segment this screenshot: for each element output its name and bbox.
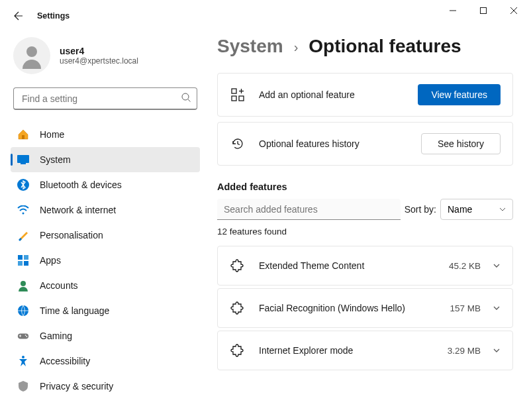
wifi-icon (17, 204, 29, 216)
svg-rect-5 (22, 135, 24, 139)
avatar (13, 37, 50, 74)
sidebar-item-label: Home (40, 129, 64, 140)
see-history-button[interactable]: See history (421, 133, 501, 154)
svg-point-14 (21, 281, 26, 286)
breadcrumb-parent[interactable]: System (217, 36, 283, 57)
feature-count: 12 features found (217, 227, 513, 236)
brush-icon (17, 229, 29, 241)
home-icon (17, 129, 29, 140)
sidebar-item-accessibility[interactable]: Accessibility (11, 348, 200, 374)
window-controls (438, 0, 529, 21)
puzzle-icon (230, 301, 244, 315)
sidebar-item-label: Personalisation (40, 230, 103, 240)
add-feature-text: Add an optional feature (259, 89, 418, 100)
svg-rect-22 (232, 89, 236, 93)
view-features-button[interactable]: View features (418, 84, 501, 105)
chevron-down-icon (493, 346, 501, 354)
sidebar-item-label: Accounts (40, 280, 78, 291)
features-list: Extended Theme Content45.2 KBFacial Reco… (217, 246, 513, 370)
maximize-button[interactable] (468, 0, 499, 21)
history-text: Optional features history (259, 138, 421, 149)
svg-point-18 (26, 336, 28, 337)
titlebar: Settings (0, 0, 529, 32)
feature-item[interactable]: Facial Recognition (Windows Hello)157 MB (217, 288, 513, 328)
shield-icon (17, 380, 29, 392)
sidebar-search (11, 87, 200, 110)
sidebar-item-label: Network & internet (40, 205, 116, 215)
sidebar-item-time[interactable]: Time & language (11, 298, 200, 323)
add-squares-icon (230, 87, 246, 103)
sidebar-item-label: System (40, 154, 71, 165)
search-input[interactable] (13, 87, 197, 110)
add-feature-card: Add an optional feature View features (217, 73, 513, 117)
sidebar-item-personalisation[interactable]: Personalisation (11, 223, 200, 248)
svg-rect-24 (239, 96, 244, 101)
person-icon (17, 280, 29, 291)
chevron-down-icon (493, 304, 501, 312)
system-icon (17, 154, 29, 166)
feature-name: Extended Theme Content (259, 260, 449, 271)
arrow-left-icon (13, 11, 24, 21)
accessibility-icon (17, 355, 29, 367)
svg-point-9 (23, 213, 24, 215)
puzzle-icon (230, 343, 244, 358)
maximize-icon (480, 7, 487, 14)
feature-item[interactable]: Internet Explorer mode3.29 MB (217, 331, 513, 370)
sidebar-item-accounts[interactable]: Accounts (11, 273, 200, 298)
svg-point-3 (182, 93, 189, 100)
minimize-icon (450, 7, 456, 14)
svg-rect-6 (17, 155, 29, 163)
back-button[interactable] (8, 5, 29, 26)
history-card: Optional features history See history (217, 122, 513, 166)
chevron-down-icon (493, 262, 501, 270)
feature-item[interactable]: Extended Theme Content45.2 KB (217, 246, 513, 286)
user-block[interactable]: user4 user4@xpertstec.local (11, 32, 200, 87)
chevron-down-icon (499, 207, 506, 211)
apps-icon (17, 254, 29, 266)
history-icon (230, 136, 246, 152)
close-icon (510, 7, 517, 14)
svg-rect-11 (24, 255, 28, 260)
svg-point-2 (26, 46, 37, 57)
gamepad-icon (17, 330, 29, 342)
breadcrumb: System › Optional features (217, 36, 513, 57)
chevron-right-icon: › (294, 40, 299, 55)
feature-name: Internet Explorer mode (259, 345, 448, 356)
sidebar-item-apps[interactable]: Apps (11, 248, 200, 273)
sidebar-item-privacy[interactable]: Privacy & security (11, 374, 200, 399)
svg-rect-23 (232, 96, 236, 101)
sidebar-item-gaming[interactable]: Gaming (11, 323, 200, 348)
svg-rect-1 (481, 8, 487, 14)
search-sort-row: Sort by: Name (217, 199, 513, 220)
feature-search-input[interactable] (217, 199, 401, 220)
globe-icon (17, 305, 29, 317)
nav: HomeSystemBluetooth & devicesNetwork & i… (11, 122, 200, 420)
feature-size: 157 MB (450, 303, 481, 313)
svg-rect-10 (18, 255, 23, 260)
sidebar-item-label: Accessibility (40, 356, 90, 366)
sidebar-item-network[interactable]: Network & internet (11, 197, 200, 223)
feature-size: 45.2 KB (449, 261, 481, 271)
added-features-heading: Added features (217, 182, 513, 192)
sidebar-item-bluetooth[interactable]: Bluetooth & devices (11, 172, 200, 197)
main: System › Optional features Add an option… (205, 32, 529, 420)
svg-rect-12 (18, 261, 23, 266)
minimize-button[interactable] (438, 0, 468, 21)
sidebar-item-home[interactable]: Home (11, 122, 200, 147)
feature-name: Facial Recognition (Windows Hello) (259, 303, 450, 313)
sidebar-item-system[interactable]: System (11, 147, 200, 172)
page-title: Optional features (309, 36, 461, 57)
user-email: user4@xpertstec.local (60, 56, 138, 66)
svg-point-17 (25, 335, 26, 336)
sidebar-item-label: Gaming (40, 331, 72, 341)
sort-label: Sort by: (405, 204, 436, 215)
window-title: Settings (37, 11, 70, 21)
feature-size: 3.29 MB (448, 346, 481, 356)
puzzle-icon (230, 258, 244, 273)
sidebar-item-label: Apps (40, 255, 61, 266)
close-button[interactable] (499, 0, 529, 21)
sidebar-item-label: Time & language (40, 305, 109, 316)
sort-select[interactable]: Name (440, 199, 513, 220)
sidebar-item-label: Bluetooth & devices (40, 180, 122, 190)
svg-rect-7 (21, 163, 26, 164)
